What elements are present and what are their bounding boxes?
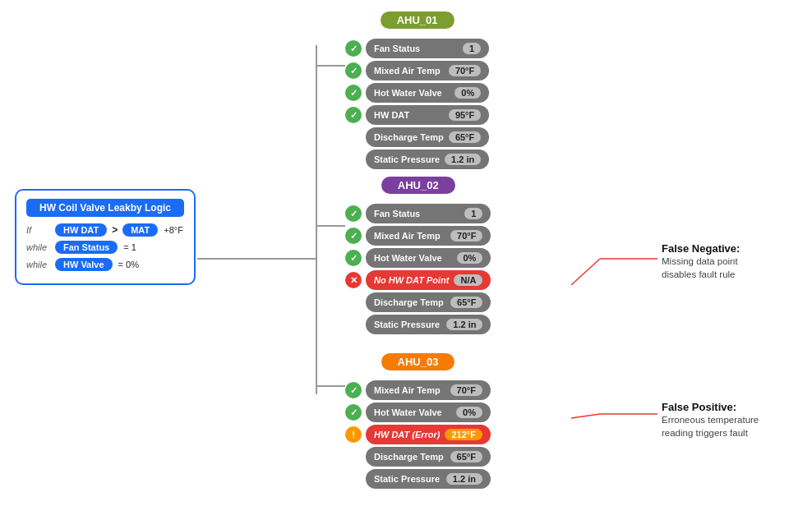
ahu3-row-4: Discharge Temp 65°F <box>345 447 491 467</box>
ahu3-row-3: ! HW DAT (Error) 212°F <box>345 425 491 444</box>
ahu1-row-5: Discharge Temp 65°F <box>345 127 489 147</box>
ahu2-value-3: 0% <box>457 252 483 264</box>
ahu2-label-4: No HW DAT Point <box>374 275 449 285</box>
check-icon: ✓ <box>345 250 362 266</box>
fan-status-tag: Fan Status <box>55 241 118 254</box>
ahu2-value-2: 70°F <box>450 230 482 242</box>
ahu3-bar-1: Mixed Air Temp 70°F <box>366 380 491 400</box>
ahu2-row-3: ✓ Hot Water Valve 0% <box>345 248 491 268</box>
ahu3-bar-2: Hot Water Valve 0% <box>366 402 491 422</box>
logic-row-while2: while HW Valve = 0% <box>26 258 184 271</box>
check-icon: ✓ <box>345 40 362 57</box>
ahu2-value-1: 1 <box>464 208 482 219</box>
ahu3-label-5: Static Pressure <box>374 474 441 484</box>
ahu1-value-1: 1 <box>463 43 481 54</box>
ahu2-bar-1: Fan Status 1 <box>366 204 491 223</box>
check-icon: ✓ <box>345 228 362 244</box>
ahu1-label-3: Hot Water Valve <box>374 88 450 98</box>
ahu3-value-1: 70°F <box>450 384 482 396</box>
no-icon <box>345 129 362 145</box>
ahu2-annotation-title: False Negative: <box>662 242 740 255</box>
ahu3-annotation-body: Erroneous temperaturereading triggers fa… <box>662 413 759 439</box>
ahu1-value-4: 95°F <box>449 109 481 121</box>
no-icon <box>345 151 362 168</box>
ahu3-row-2: ✓ Hot Water Valve 0% <box>345 402 491 422</box>
logic-row-if: If HW DAT > MAT +8°F <box>26 223 184 237</box>
ahu3-value-5: 1.2 in <box>446 473 482 485</box>
ahu2-label-3: Hot Water Valve <box>374 253 452 263</box>
ahu2-row-4: ✕ No HW DAT Point N/A <box>345 270 491 290</box>
ahu2-annotation-body: Missing data pointdisables fault rule <box>662 255 740 281</box>
ahu1-bar-1: Fan Status 1 <box>366 39 489 58</box>
no-icon <box>345 448 362 465</box>
while2-val: = 0% <box>118 260 139 269</box>
ahu1-label-1: Fan Status <box>374 44 458 53</box>
ahu2-section: AHU_02 ✓ Fan Status 1 ✓ Mixed Air Temp 7… <box>345 177 491 337</box>
ahu3-value-2: 0% <box>456 407 482 418</box>
ahu3-row-5: Static Pressure 1.2 in <box>345 469 491 489</box>
ahu2-bar-3: Hot Water Valve 0% <box>366 248 491 268</box>
ahu1-row-3: ✓ Hot Water Valve 0% <box>345 83 489 103</box>
no-icon <box>345 471 362 487</box>
ahu1-label-6: Static Pressure <box>374 154 440 164</box>
ahu1-label: AHU_01 <box>381 12 454 29</box>
mat-tag: MAT <box>122 223 158 237</box>
check-icon: ✓ <box>345 404 362 421</box>
ahu2-bar-5: Discharge Temp 65°F <box>366 292 491 312</box>
ahu1-section: AHU_01 ✓ Fan Status 1 ✓ Mixed Air Temp 7… <box>345 12 489 172</box>
ahu1-row-4: ✓ HW DAT 95°F <box>345 105 489 125</box>
ahu1-row-2: ✓ Mixed Air Temp 70°F <box>345 61 489 80</box>
ahu1-label-2: Mixed Air Temp <box>374 66 444 76</box>
ahu1-value-6: 1.2 in <box>445 154 481 165</box>
svg-line-7 <box>571 414 600 418</box>
ahu3-label-2: Hot Water Valve <box>374 407 451 417</box>
ahu3-annotation-title: False Positive: <box>662 401 759 413</box>
ahu2-label-1: Fan Status <box>374 209 459 218</box>
ahu3-value-4: 65°F <box>450 451 482 462</box>
ahu3-bar-4: Discharge Temp 65°F <box>366 447 491 467</box>
ahu1-bar-2: Mixed Air Temp 70°F <box>366 61 489 80</box>
ahu2-bar-6: Static Pressure 1.2 in <box>366 315 491 334</box>
ahu2-bar-4-error: No HW DAT Point N/A <box>366 270 491 290</box>
no-icon <box>345 294 362 310</box>
ahu2-annotation: False Negative: Missing data pointdisabl… <box>662 242 740 281</box>
check-icon: ✓ <box>345 85 362 101</box>
ahu2-row-2: ✓ Mixed Air Temp 70°F <box>345 226 491 246</box>
ahu2-label-5: Discharge Temp <box>374 297 445 307</box>
ahu3-bar-5: Static Pressure 1.2 in <box>366 469 491 489</box>
svg-line-5 <box>571 259 600 285</box>
ahu2-row-1: ✓ Fan Status 1 <box>345 204 491 223</box>
warn-icon: ! <box>345 426 362 443</box>
ahu2-value-5: 65°F <box>450 297 482 308</box>
check-icon: ✓ <box>345 382 362 398</box>
while1-val: = 1 <box>123 242 136 252</box>
x-icon: ✕ <box>345 272 362 288</box>
no-icon <box>345 316 362 333</box>
logic-box: HW Coil Valve Leakby Logic If HW DAT > M… <box>15 189 196 285</box>
check-icon: ✓ <box>345 62 362 79</box>
ahu1-bar-3: Hot Water Valve 0% <box>366 83 489 103</box>
ahu3-annotation: False Positive: Erroneous temperaturerea… <box>662 401 759 439</box>
ahu3-label-3: HW DAT (Error) <box>374 430 440 439</box>
ahu2-row-6: Static Pressure 1.2 in <box>345 315 491 334</box>
ahu1-row-6: Static Pressure 1.2 in <box>345 150 489 169</box>
while1-keyword: while <box>26 242 53 252</box>
ahu1-value-5: 65°F <box>449 131 481 143</box>
ahu3-label-4: Discharge Temp <box>374 452 445 462</box>
hw-dat-tag: HW DAT <box>55 223 107 237</box>
check-icon: ✓ <box>345 205 362 222</box>
ahu3-label: AHU_03 <box>381 353 455 370</box>
page-container: HW Coil Valve Leakby Logic If HW DAT > M… <box>0 0 812 506</box>
ahu2-bar-2: Mixed Air Temp 70°F <box>366 226 491 246</box>
ahu1-row-1: ✓ Fan Status 1 <box>345 39 489 58</box>
ahu1-bar-6: Static Pressure 1.2 in <box>366 150 489 169</box>
hw-valve-tag: HW Valve <box>55 258 113 271</box>
ahu1-label-5: Discharge Temp <box>374 132 444 142</box>
ahu2-value-4: N/A <box>454 274 482 286</box>
ahu2-label-6: Static Pressure <box>374 320 441 329</box>
if-keyword: If <box>26 225 53 235</box>
ahu3-label-1: Mixed Air Temp <box>374 385 445 395</box>
ahu1-bar-4: HW DAT 95°F <box>366 105 489 125</box>
ahu3-row-1: ✓ Mixed Air Temp 70°F <box>345 380 491 400</box>
ahu3-value-3: 212°F <box>445 429 482 440</box>
